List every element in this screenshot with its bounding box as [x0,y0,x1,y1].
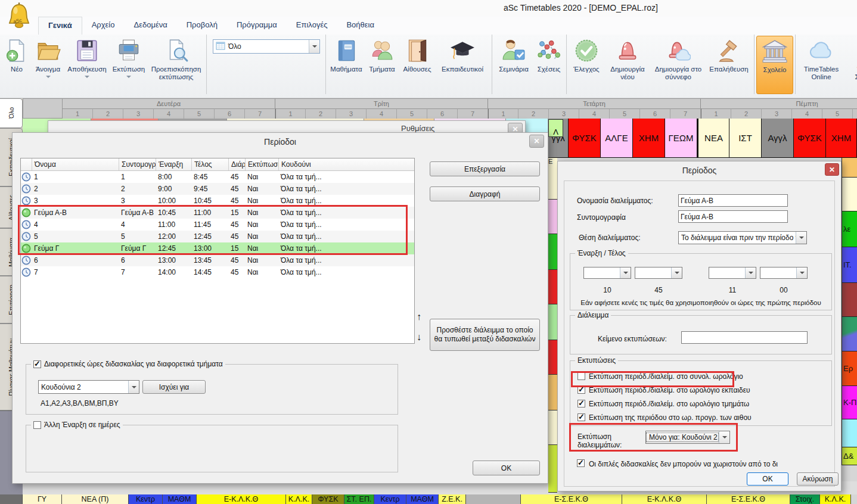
start-minute-combo[interactable] [635,267,682,279]
period-row-1[interactable]: 118:008:4545ΝαιΌλα τα τμή... [21,171,414,183]
periods-ok-button[interactable]: OK [473,461,540,475]
add-break-button[interactable]: Προσθέστε διάλειμμα το οποίο θα τυπωθεί … [430,319,540,351]
lesson-card-partial[interactable]: Κ-Π [842,386,857,419]
toolbar-button-generate-3[interactable]: Επαλήθευση [706,36,752,73]
printout-option-checkbox[interactable] [577,372,585,380]
toolbar-button-seminars-1[interactable]: Σχέσεις [533,36,564,73]
lesson-card[interactable]: Αγγλ [762,119,794,158]
lesson-card-partial[interactable] [842,158,857,178]
lesson-card[interactable]: ΦΥΣΚ [312,494,344,504]
move-up-arrow[interactable]: ↑ [417,312,421,322]
toolbar-button-data-1[interactable]: Τμήματα [365,36,399,73]
printout-option-checkbox[interactable] [577,413,585,421]
print-breaks-arrow[interactable] [719,431,729,443]
lesson-card-partial[interactable]: Ε [548,158,557,200]
start-hour-combo[interactable] [583,267,631,279]
toolbar-button-file-2[interactable]: Αποθήκευση [64,36,110,80]
lesson-card-partial[interactable] [548,234,557,270]
break-name-input[interactable] [678,194,788,207]
period-cancel-button[interactable]: Ακύρωση [797,472,839,486]
lesson-card[interactable]: Στοιχ. [790,494,820,504]
lesson-card-partial[interactable]: Ερ [842,351,857,386]
dropdown-arrow-icon[interactable] [46,76,51,80]
different-hours-checkbox[interactable] [33,360,41,368]
lesson-card[interactable]: ΧΗΜ [633,119,665,158]
period-row-5[interactable]: 5512:0012:4545ΝαιΌλα τα τμή... [21,231,414,242]
break-position-combo[interactable]: Το διάλειμμα είναι πριν την περίοδο νουμ [678,231,807,244]
end-minute-combo[interactable] [760,267,808,279]
toolbar-button-file-4[interactable]: Προεπισκόπηση εκτύπωσης [148,36,204,81]
toolbar-button-file-3[interactable]: Εκτύπωση [110,36,148,80]
toolbar-button-file-1[interactable]: Άνοιγμα [32,36,64,80]
lesson-card-partial[interactable] [548,200,557,234]
lesson-card-partial[interactable] [842,317,857,351]
lesson-card[interactable]: ΝΕΑ (Π) [62,494,129,504]
lesson-card-partial[interactable] [842,178,857,211]
lesson-card-partial[interactable] [548,410,557,445]
period-row-Γεύμα Γ[interactable]: Γεύμα ΓΓεύμα Γ12:4513:0015ΝαιΌλα τα τμή.… [21,242,414,254]
lesson-card-partial[interactable] [548,270,557,304]
toolbar-button-generate-1[interactable]: Δημιουργία νέου [604,36,651,81]
periods-close-icon[interactable] [529,135,544,148]
menu-tab-1[interactable]: Αρχείο [82,17,125,35]
toolbar-button-generate-2[interactable]: Δημιουργία στο σύννεφο [651,36,706,81]
lesson-card[interactable]: Ε-Κ.Λ.Κ.Θ [197,494,286,504]
period-ok-button[interactable]: OK [747,472,788,486]
lesson-card[interactable] [466,494,521,504]
abbreviation-input[interactable] [678,210,788,223]
lesson-card-partial[interactable] [548,375,557,410]
bells-combo[interactable]: Κουδούνια 2 [38,380,139,394]
move-down-arrow[interactable]: ↓ [417,332,421,343]
period-row-2[interactable]: 229:009:4545ΝαιΌλα τα τμή... [21,183,414,195]
toolbar-button-data-0[interactable]: Μαθήματα [328,36,365,73]
lesson-card[interactable]: ΦΥΣΚ [569,119,601,158]
lesson-card[interactable]: Κεντρ [374,494,406,504]
lesson-card[interactable]: ΓΥ [23,494,62,504]
lesson-card[interactable]: ΜΑΘΜ [163,494,197,504]
lesson-card[interactable]: Κ.Λ.Κ. [820,494,851,504]
period-row-Γεύμα Α-Β[interactable]: Γεύμα Α-ΒΓεύμα Α-Β10:4511:0015ΝαιΌλα τα … [21,207,414,219]
lesson-card[interactable]: ΜΑΘΜ [406,494,439,504]
column-header-1[interactable]: Συντομογρ... [119,158,156,170]
view-selector-combo[interactable]: Όλο [213,39,320,54]
menu-tab-3[interactable]: Προβολή [177,17,227,35]
column-header-4[interactable]: Διάρ... [228,158,245,170]
lesson-card-partial[interactable] [842,283,857,317]
lesson-card[interactable]: Ε-Σ.Ε.Κ.Θ [707,494,790,504]
lesson-card-partial[interactable]: Δ& [842,447,857,465]
toolbar-button-generate-0[interactable]: Έλεγχος [569,36,604,73]
lesson-card[interactable]: ΦΥΣΚ [794,119,826,158]
double-lesson-checkbox[interactable] [577,459,585,467]
lesson-card[interactable]: Ζ.Ε.Κ. [439,494,466,504]
column-header-5[interactable]: Εκτύπωση [245,158,278,170]
column-header-0[interactable]: Όνομα [32,158,119,170]
view-tab-0[interactable]: Όλο [0,98,23,128]
print-breaks-combo[interactable]: Μόνο για: Κουδούνι 2 [645,431,730,444]
column-header-2[interactable]: Έναρξη [156,158,191,170]
lesson-card[interactable] [0,494,23,504]
menu-tab-0[interactable]: Γενικά [38,17,82,35]
column-header-3[interactable]: Τέλος [191,158,228,170]
delete-button[interactable]: Διαγραφή [430,186,540,201]
lesson-card[interactable]: Ε-Σ.Ε.Κ.Θ [521,494,622,504]
lesson-card[interactable]: ΣΤ. ΕΠ. [344,494,374,504]
print-text-input[interactable] [681,331,808,344]
toolbar-button-seminars-0[interactable]: Σεμινάρια [494,36,533,73]
period-row-3[interactable]: 3310:0010:4545ΝαιΌλα τα τμή... [21,195,414,207]
toolbar-button-data-3[interactable]: Εκπαιδευτικοί [435,36,490,73]
edit-button[interactable]: Επεξεργασία [430,161,540,176]
break-position-arrow[interactable] [796,232,806,244]
printout-option-checkbox[interactable] [577,400,585,407]
menu-tab-2[interactable]: Δεδομένα [124,17,176,35]
menu-tab-6[interactable]: Βοήθεια [337,17,384,35]
dropdown-arrow-icon[interactable] [85,76,89,80]
view-selector-arrow[interactable] [309,40,319,53]
lesson-card-partial[interactable]: λε [842,211,857,247]
lesson-card[interactable]: Κεντρ [129,494,163,504]
toolbar-button-file-0[interactable]: Νέο [2,36,32,73]
lesson-card[interactable]: ΝΕΑ [697,119,729,158]
lesson-card[interactable]: ΙΣΤ [729,119,762,158]
lesson-card-partial[interactable] [548,304,557,340]
lesson-card-partial[interactable] [548,340,557,375]
toolbar-button-school-0[interactable]: Σχολείο [756,36,793,94]
